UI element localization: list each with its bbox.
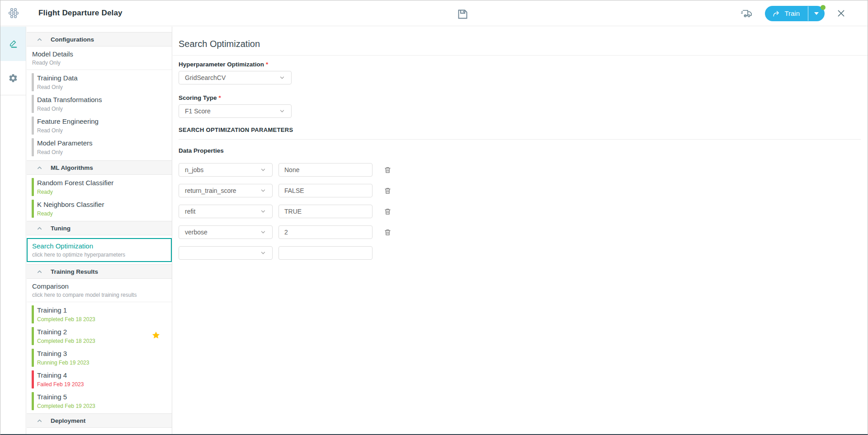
sidebar-item-search-optimization[interactable]: Search Optimization click here to optimi… [27, 238, 172, 262]
app-logo-network-icon [0, 7, 27, 19]
status-bar [32, 370, 34, 388]
parameter-row: return_train_score [179, 184, 861, 197]
parameter-value-input[interactable] [278, 163, 373, 177]
status-bar [32, 200, 34, 218]
parameter-name-select[interactable]: verbose [179, 225, 273, 239]
gear-icon [8, 73, 18, 83]
parameter-value-input[interactable] [278, 225, 373, 239]
page-title: Flight Departure Delay [38, 9, 123, 18]
chevron-down-icon [260, 229, 266, 235]
scoring-type-label: Scoring Type* [179, 94, 861, 101]
status-bar [32, 95, 34, 113]
train-split-button: Train [765, 6, 825, 21]
status-bar [32, 392, 34, 410]
data-properties-label: Data Properties [179, 147, 861, 154]
parameter-row-empty [179, 246, 861, 260]
hyperparameter-optimization-label: Hyperparameter Optimization* [179, 61, 861, 68]
sidebar-item-k-neighbors-classifier[interactable]: K Neighbors Classifier Ready [27, 199, 172, 218]
status-bar [32, 178, 34, 196]
status-bar [32, 349, 34, 367]
sidebar-item-comparison[interactable]: Comparison click here to compare model t… [27, 279, 172, 302]
main-title: Search Optimization [173, 27, 868, 56]
delete-parameter-trash-icon[interactable] [383, 206, 392, 216]
rail-item-settings[interactable] [0, 61, 26, 95]
status-bar [32, 117, 34, 135]
caret-down-icon [814, 12, 819, 15]
scoring-type-select[interactable]: F1 Score [179, 104, 292, 118]
delete-parameter-trash-icon[interactable] [383, 227, 392, 237]
parameter-name-select[interactable]: n_jobs [179, 163, 273, 177]
sidebar-item-data-transformations[interactable]: Data Transformations Read Only [27, 94, 172, 113]
close-icon[interactable] [836, 9, 846, 18]
chevron-down-icon [260, 187, 266, 194]
chevron-down-icon [260, 208, 266, 215]
sidebar-item-model-details[interactable]: Model Details Ready Only [27, 47, 172, 70]
save-icon[interactable] [455, 7, 470, 21]
sidebar-item-training-data[interactable]: Training Data Read Only [27, 73, 172, 92]
parameter-row: refit [179, 205, 861, 218]
chevron-up-icon [36, 225, 43, 232]
sidebar-item-training-3[interactable]: Training 3 Running Feb 19 2023 [27, 348, 172, 367]
sidebar-item-feature-engineering[interactable]: Feature Engineering Read Only [27, 116, 172, 135]
parameter-name-select[interactable]: refit [179, 205, 273, 218]
sidebar-item-training-5[interactable]: Training 5 Completed Feb 19 2023 [27, 392, 172, 411]
chevron-up-icon [36, 36, 43, 43]
parameter-row: verbose [179, 225, 861, 239]
section-header-training-results[interactable]: Training Results [27, 264, 172, 279]
parameter-row: n_jobs [179, 163, 861, 177]
section-header-ml-algorithms[interactable]: ML Algorithms [27, 160, 172, 175]
parameter-value-input[interactable] [278, 205, 373, 218]
icon-rail [0, 27, 26, 434]
search-optimization-parameters-heading: SEARCH OPTIMIZATION PARAMETERS [179, 126, 861, 133]
main-panel: Search Optimization Hyperparameter Optim… [173, 27, 868, 434]
chevron-down-icon [279, 75, 285, 81]
ready-status-dot [821, 5, 826, 10]
train-button-label: Train [784, 9, 800, 17]
chevron-up-icon [36, 164, 43, 171]
parameter-name-select[interactable] [179, 246, 273, 260]
status-bar [32, 305, 34, 323]
hyperparameter-optimization-select[interactable]: GridSearchCV [179, 71, 292, 84]
chevron-down-icon [260, 250, 266, 256]
parameter-value-input[interactable] [278, 246, 373, 260]
sidebar: Configurations Model Details Ready Only … [27, 27, 172, 434]
required-asterisk: * [266, 61, 268, 68]
redo-arrow-icon [772, 10, 780, 17]
parameter-rows: n_jobs return_train_score [179, 163, 861, 260]
chevron-up-icon [36, 268, 43, 275]
parameter-value-input[interactable] [278, 184, 373, 197]
deploy-truck-icon[interactable] [741, 8, 753, 19]
section-header-configurations[interactable]: Configurations [27, 32, 172, 47]
train-button[interactable]: Train [765, 6, 808, 21]
chevron-down-icon [260, 167, 266, 173]
sidebar-item-model-parameters[interactable]: Model Parameters Read Only [27, 138, 172, 157]
sidebar-item-training-4[interactable]: Training 4 Failed Feb 19 2023 [27, 370, 172, 389]
edit-pencil-icon [8, 39, 19, 49]
delete-parameter-trash-icon[interactable] [383, 186, 392, 196]
delete-parameter-trash-icon[interactable] [383, 165, 392, 175]
app-header: Flight Departure Delay [0, 0, 868, 26]
status-bar [32, 73, 34, 91]
chevron-up-icon [36, 417, 43, 424]
section-header-tuning[interactable]: Tuning [27, 221, 172, 235]
sidebar-item-training-1[interactable]: Training 1 Completed Feb 18 2023 [27, 305, 172, 324]
divider [179, 139, 861, 140]
required-asterisk: * [219, 94, 221, 101]
sidebar-item-training-2[interactable]: Training 2 Completed Feb 18 2023 [27, 327, 172, 346]
search-optimization-form: Hyperparameter Optimization* GridSearchC… [173, 56, 868, 260]
rail-item-edit[interactable] [0, 27, 26, 61]
section-header-deployment[interactable]: Deployment [27, 413, 172, 428]
chevron-down-icon [279, 108, 285, 114]
favorite-star-icon[interactable] [151, 331, 160, 340]
sidebar-item-random-forest-classifier[interactable]: Random Forest Classifier Ready [27, 178, 172, 196]
parameter-name-select[interactable]: return_train_score [179, 184, 273, 197]
status-bar [32, 327, 34, 345]
status-bar [32, 138, 34, 156]
